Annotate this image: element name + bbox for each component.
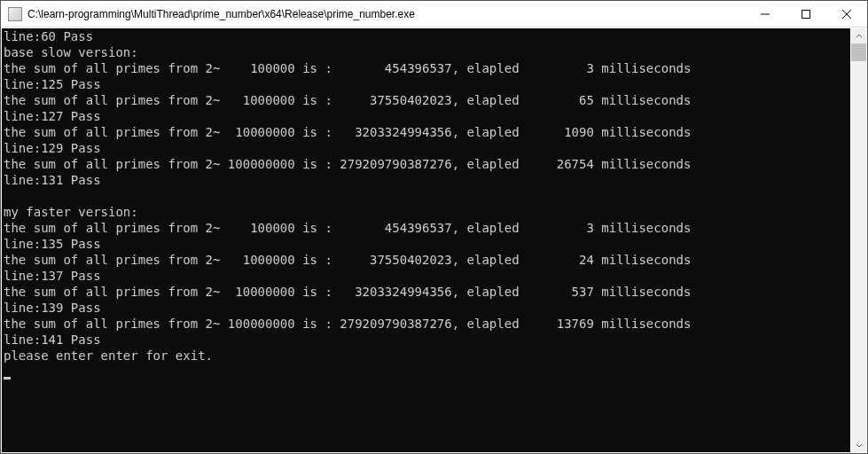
- titlebar[interactable]: C:\learn-programming\MultiThread\prime_n…: [1, 1, 867, 27]
- console-window: C:\learn-programming\MultiThread\prime_n…: [0, 0, 868, 454]
- chevron-up-icon: [856, 33, 863, 40]
- minimize-icon: [761, 10, 770, 19]
- window-title: C:\learn-programming\MultiThread\prime_n…: [27, 8, 745, 20]
- app-icon: [8, 7, 22, 21]
- close-icon: [842, 10, 851, 19]
- window-controls: [745, 1, 867, 27]
- close-button[interactable]: [826, 1, 867, 27]
- scroll-down-button[interactable]: [851, 437, 866, 452]
- vertical-scrollbar[interactable]: [851, 28, 866, 452]
- scroll-up-button[interactable]: [851, 28, 866, 43]
- scroll-thumb[interactable]: [851, 43, 866, 61]
- scroll-track[interactable]: [851, 43, 866, 437]
- maximize-button[interactable]: [786, 1, 826, 27]
- console-area: line:60 Pass base slow version: the sum …: [1, 27, 867, 453]
- minimize-button[interactable]: [745, 1, 786, 27]
- chevron-down-icon: [856, 442, 863, 449]
- console-output[interactable]: line:60 Pass base slow version: the sum …: [2, 28, 850, 452]
- maximize-icon: [802, 10, 810, 19]
- cursor: [4, 377, 11, 380]
- svg-rect-1: [802, 10, 810, 18]
